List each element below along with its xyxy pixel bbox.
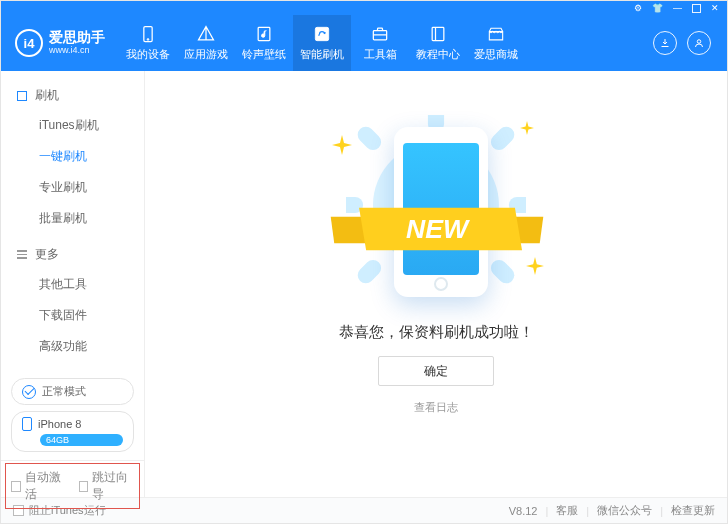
square-icon	[17, 91, 27, 101]
nav-label: 爱思商城	[474, 47, 518, 62]
svg-line-12	[366, 135, 373, 142]
download-button[interactable]	[653, 31, 677, 55]
minimize-icon[interactable]: —	[673, 3, 682, 13]
capacity-badge: 64GB	[40, 434, 123, 446]
brand-url: www.i4.cn	[49, 46, 105, 56]
svg-rect-5	[432, 27, 444, 40]
sidebar-item-other[interactable]: 其他工具	[1, 269, 144, 300]
sidebar-item-batch[interactable]: 批量刷机	[1, 203, 144, 234]
title-bar: ⚙ 👕 — ✕	[1, 1, 727, 15]
version-label: V8.12	[509, 505, 538, 517]
svg-line-13	[499, 135, 506, 142]
sidebar-item-advanced[interactable]: 高级功能	[1, 331, 144, 362]
user-icon	[693, 37, 705, 49]
svg-line-15	[499, 268, 506, 275]
option-label: 跳过向导	[92, 469, 134, 503]
nav-ringtones[interactable]: 铃声壁纸	[235, 15, 293, 71]
nav-label: 铃声壁纸	[242, 47, 286, 62]
download-icon	[659, 37, 671, 49]
book-icon	[428, 24, 448, 44]
option-label: 自动激活	[25, 469, 67, 503]
support-link[interactable]: 客服	[556, 503, 578, 518]
checkbox-icon	[11, 481, 21, 492]
music-icon	[254, 24, 274, 44]
view-log-link[interactable]: 查看日志	[414, 400, 458, 415]
svg-line-14	[366, 268, 373, 275]
phone-icon	[22, 417, 32, 431]
sidebar-group-more[interactable]: 更多	[1, 240, 144, 269]
skip-guide-option[interactable]: 跳过向导	[79, 469, 135, 503]
close-icon[interactable]: ✕	[711, 3, 719, 13]
sidebar-item-firmware[interactable]: 下载固件	[1, 300, 144, 331]
nav-toolbox[interactable]: 工具箱	[351, 15, 409, 71]
success-illustration: NEW	[326, 105, 546, 305]
settings-icon[interactable]: ⚙	[634, 3, 642, 13]
ribbon-text: NEW	[406, 214, 470, 244]
sidebar-group-flash[interactable]: 刷机	[1, 81, 144, 110]
nav-flash[interactable]: 智能刷机	[293, 15, 351, 71]
ribbon-icon: NEW	[312, 199, 562, 261]
device-name: iPhone 8	[38, 418, 81, 430]
logo-badge: i4	[15, 29, 43, 57]
bottom-options: 自动激活 跳过向导	[1, 460, 144, 511]
nav-label: 教程中心	[416, 47, 460, 62]
wechat-link[interactable]: 微信公众号	[597, 503, 652, 518]
sidebar-item-itunes[interactable]: iTunes刷机	[1, 110, 144, 141]
nav-label: 智能刷机	[300, 47, 344, 62]
menu-icon	[17, 250, 27, 259]
maximize-icon[interactable]	[692, 4, 701, 13]
auto-activate-option[interactable]: 自动激活	[11, 469, 67, 503]
header: i4 爱思助手 www.i4.cn 我的设备 应用游戏 铃声壁纸 智能刷机	[1, 15, 727, 71]
svg-point-6	[697, 40, 701, 44]
mode-switch[interactable]: 正常模式	[11, 378, 134, 405]
group-title: 刷机	[35, 87, 59, 104]
success-message: 恭喜您，保资料刷机成功啦！	[339, 323, 534, 342]
logo: i4 爱思助手 www.i4.cn	[1, 29, 119, 57]
check-update-link[interactable]: 检查更新	[671, 503, 715, 518]
sparkle-icon	[332, 135, 352, 155]
sidebar: 刷机 iTunes刷机 一键刷机 专业刷机 批量刷机 更多 其他工具 下载固件 …	[1, 71, 145, 497]
sparkle-icon	[520, 121, 534, 135]
briefcase-icon	[370, 24, 390, 44]
main-content: NEW 恭喜您，保资料刷机成功啦！ 确定 查看日志	[145, 71, 727, 497]
nav-label: 我的设备	[126, 47, 170, 62]
sidebar-item-pro[interactable]: 专业刷机	[1, 172, 144, 203]
check-circle-icon	[22, 385, 36, 399]
flash-icon	[312, 24, 332, 44]
user-button[interactable]	[687, 31, 711, 55]
nav-store[interactable]: 爱思商城	[467, 15, 525, 71]
svg-rect-3	[315, 27, 328, 40]
sparkle-icon	[526, 257, 544, 275]
nav-my-device[interactable]: 我的设备	[119, 15, 177, 71]
nav-label: 工具箱	[364, 47, 397, 62]
apps-icon	[196, 24, 216, 44]
sidebar-item-oneclick[interactable]: 一键刷机	[1, 141, 144, 172]
checkbox-icon	[79, 481, 89, 492]
brand-name: 爱思助手	[49, 30, 105, 45]
mode-label: 正常模式	[42, 384, 86, 399]
nav-label: 应用游戏	[184, 47, 228, 62]
svg-point-1	[147, 39, 149, 41]
nav-apps[interactable]: 应用游戏	[177, 15, 235, 71]
device-box[interactable]: iPhone 8 64GB	[11, 411, 134, 452]
group-title: 更多	[35, 246, 59, 263]
confirm-button[interactable]: 确定	[378, 356, 494, 386]
top-nav: 我的设备 应用游戏 铃声壁纸 智能刷机 工具箱 教程中心	[119, 15, 525, 71]
phone-icon	[138, 24, 158, 44]
skin-icon[interactable]: 👕	[652, 3, 663, 13]
nav-tutorials[interactable]: 教程中心	[409, 15, 467, 71]
store-icon	[486, 24, 506, 44]
